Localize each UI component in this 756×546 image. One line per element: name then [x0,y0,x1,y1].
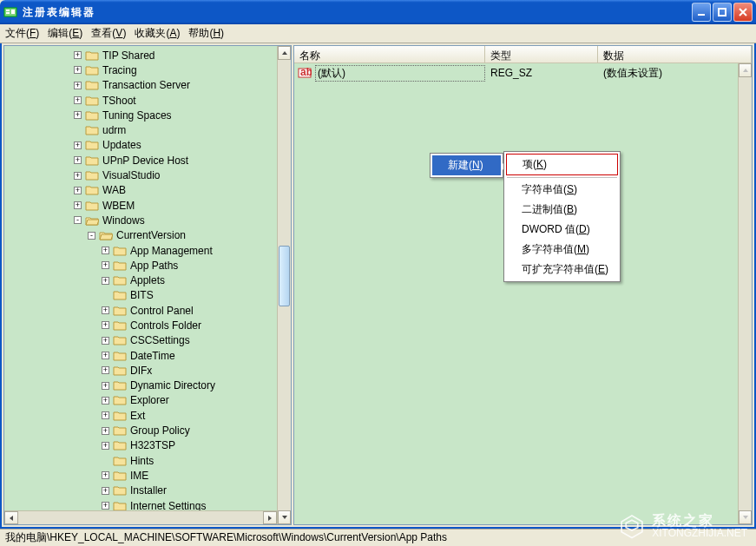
expander-icon[interactable]: + [102,397,109,405]
tree-item[interactable]: +App Management [4,243,277,258]
scroll-right-button[interactable] [263,511,277,524]
tree-item[interactable]: +H323TSP [4,438,277,453]
tree-item[interactable]: +UPnP Device Host [4,153,277,168]
expander-icon[interactable]: + [102,427,109,435]
expander-icon[interactable]: + [102,442,109,450]
tree-item-label: Control Panel [130,305,194,317]
ctx-new-binary[interactable]: 二进制值(B) [506,200,618,220]
expander-icon[interactable]: + [102,502,109,510]
col-type[interactable]: 类型 [485,46,598,62]
tree-item[interactable]: +Controls Folder [4,318,277,332]
tree-item[interactable]: +Control Panel [4,303,277,318]
tree-item[interactable]: -Windows [4,213,277,227]
tree-item[interactable]: +IME [4,468,277,483]
folder-icon [85,95,99,107]
values-list[interactable]: ab (默认) REG_SZ (数值未设置) 新建(N) ▶ 项(K) 字符串值… [294,63,752,524]
tree-item[interactable]: +WAB [4,183,277,198]
tree-item[interactable]: +Group Policy [4,423,277,437]
regedit-icon [3,5,17,19]
scroll-down-button[interactable] [278,510,291,524]
tree-item[interactable]: +Dynamic Directory [4,378,277,393]
expander-icon[interactable]: + [102,321,109,329]
folder-icon [113,350,127,362]
expander-icon[interactable]: + [74,111,82,119]
expander-icon[interactable]: + [74,141,82,149]
expander-icon[interactable]: + [102,261,109,269]
ctx-new-multistring[interactable]: 多字符串值(M) [506,240,618,260]
scroll-thumb-v[interactable] [279,246,290,306]
tree-item[interactable]: +DIFx [4,363,277,378]
expander-icon[interactable]: - [88,232,95,240]
expander-icon[interactable]: + [102,277,109,285]
folder-icon [113,394,127,406]
expander-icon[interactable]: + [74,66,82,74]
expander-icon[interactable]: + [74,187,82,194]
expander-icon[interactable]: + [74,156,82,164]
ctx-new-string[interactable]: 字符串值(S) [506,180,618,200]
expander-icon[interactable]: + [74,201,82,209]
values-scrollbar-v[interactable] [738,63,752,524]
tree-item[interactable]: +Ext [4,408,277,423]
tree-item-label: udrm [102,124,126,136]
folder-icon [85,155,99,167]
tree-item[interactable]: +Transaction Server [4,78,277,93]
ctx-separator [507,177,617,178]
tree-item[interactable]: +Applets [4,273,277,287]
maximize-button[interactable] [713,3,732,22]
scroll-up-button[interactable] [278,46,291,60]
tree-item[interactable]: +Tracing [4,62,277,77]
tree-item[interactable]: +Tuning Spaces [4,108,277,122]
tree-item[interactable]: +DateTime [4,348,277,363]
expander-icon[interactable]: + [102,366,109,374]
tree-scrollbar-v[interactable] [277,46,291,524]
tree-item[interactable]: +WBEM [4,198,277,213]
menu-help[interactable]: 帮助(H) [188,26,224,41]
expander-icon[interactable]: + [74,51,82,59]
expander-icon[interactable]: + [102,411,109,419]
tree-item[interactable]: +TIP Shared [4,48,277,62]
expander-icon[interactable]: + [102,382,109,390]
ctx-new-expandstring[interactable]: 可扩充字符串值(E) [506,260,618,280]
value-row[interactable]: ab (默认) REG_SZ (数值未设置) [298,65,738,81]
tree-item[interactable]: -CurrentVersion [4,228,277,243]
expander-icon[interactable]: - [74,216,82,224]
tree-item[interactable]: +VisualStudio [4,168,277,182]
menu-file[interactable]: 文件(F) [5,26,39,41]
ctx-new[interactable]: 新建(N) ▶ [432,155,501,175]
expander-icon[interactable]: + [102,306,109,314]
ctx-new-dword[interactable]: DWORD 值(D) [506,220,618,240]
tree-item[interactable]: +Internet Settings [4,498,277,510]
expander-icon[interactable]: + [102,487,109,495]
tree-item[interactable]: +Installer [4,484,277,498]
tree-item[interactable]: +CSCSettings [4,333,277,348]
tree-item[interactable]: +TShoot [4,93,277,108]
tree-item[interactable]: +Explorer [4,393,277,408]
expander-icon[interactable]: + [102,337,109,345]
scroll-left-button[interactable] [4,511,18,524]
expander-icon[interactable]: + [74,82,82,89]
minimize-button[interactable] [692,3,711,22]
menu-favorites[interactable]: 收藏夹(A) [135,26,180,41]
close-button[interactable] [733,3,753,22]
expander-icon[interactable]: + [74,172,82,180]
menu-view[interactable]: 查看(V) [91,26,126,41]
col-data[interactable]: 数据 [598,46,752,62]
expander-icon[interactable]: + [74,96,82,104]
status-path: 我的电脑\HKEY_LOCAL_MACHINE\SOFTWARE\Microso… [5,530,447,545]
tree-item[interactable]: +Updates [4,138,277,153]
expander-icon[interactable]: + [102,352,109,359]
expander-icon[interactable]: + [102,247,109,254]
registry-tree[interactable]: +TIP Shared+Tracing+Transaction Server+T… [4,46,277,510]
tree-item[interactable]: BITS [4,288,277,303]
menu-edit[interactable]: 编辑(E) [48,26,82,41]
tree-item[interactable]: udrm [4,122,277,137]
tree-scrollbar-h[interactable] [4,510,277,524]
col-name[interactable]: 名称 [294,46,485,62]
tree-item[interactable]: Hints [4,453,277,468]
ctx-new-key[interactable]: 项(K) [506,154,618,175]
expander-icon[interactable]: + [102,471,109,479]
scroll-up-button[interactable] [739,63,752,77]
value-type: REG_SZ [485,67,598,79]
tree-item[interactable]: +App Paths [4,258,277,273]
folder-icon [113,379,127,391]
